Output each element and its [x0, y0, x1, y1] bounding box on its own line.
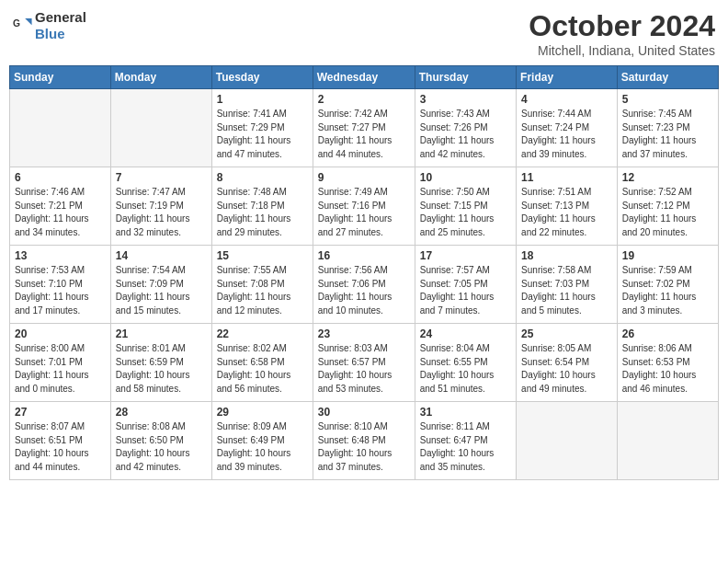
day-detail: Sunrise: 7:43 AMSunset: 7:26 PMDaylight:…: [420, 108, 511, 161]
calendar-cell: 28Sunrise: 8:08 AMSunset: 6:50 PMDayligh…: [110, 402, 211, 480]
day-detail: Sunrise: 7:57 AMSunset: 7:05 PMDaylight:…: [420, 264, 511, 317]
calendar-cell: 14Sunrise: 7:54 AMSunset: 7:09 PMDayligh…: [110, 246, 211, 324]
week-row-4: 20Sunrise: 8:00 AMSunset: 7:01 PMDayligh…: [10, 324, 719, 402]
calendar-cell: 16Sunrise: 7:56 AMSunset: 7:06 PMDayligh…: [313, 246, 415, 324]
day-number: 16: [318, 249, 410, 262]
calendar-cell: 3Sunrise: 7:43 AMSunset: 7:26 PMDaylight…: [415, 89, 516, 167]
svg-text:G: G: [13, 18, 20, 29]
calendar-cell: 31Sunrise: 8:11 AMSunset: 6:47 PMDayligh…: [415, 402, 516, 480]
day-detail: Sunrise: 7:55 AMSunset: 7:08 PMDaylight:…: [217, 264, 308, 317]
day-detail: Sunrise: 7:52 AMSunset: 7:12 PMDaylight:…: [622, 186, 713, 239]
day-detail: Sunrise: 7:56 AMSunset: 7:06 PMDaylight:…: [318, 264, 410, 317]
day-number: 13: [15, 249, 106, 262]
logo-blue-text: Blue: [35, 26, 65, 41]
calendar-cell: 20Sunrise: 8:00 AMSunset: 7:01 PMDayligh…: [10, 324, 111, 402]
day-number: 11: [521, 171, 612, 184]
calendar-cell: 27Sunrise: 8:07 AMSunset: 6:51 PMDayligh…: [10, 402, 111, 480]
day-detail: Sunrise: 7:51 AMSunset: 7:13 PMDaylight:…: [521, 186, 612, 239]
day-detail: Sunrise: 8:05 AMSunset: 6:54 PMDaylight:…: [521, 342, 612, 396]
day-number: 1: [217, 93, 308, 106]
day-number: 17: [420, 249, 511, 262]
calendar-cell: 22Sunrise: 8:02 AMSunset: 6:58 PMDayligh…: [211, 324, 313, 402]
day-detail: Sunrise: 8:09 AMSunset: 6:49 PMDaylight:…: [217, 420, 308, 474]
calendar-cell: [617, 402, 718, 480]
calendar-cell: 18Sunrise: 7:58 AMSunset: 7:03 PMDayligh…: [517, 246, 618, 324]
day-detail: Sunrise: 7:49 AMSunset: 7:16 PMDaylight:…: [318, 186, 410, 239]
logo-icon: G: [13, 16, 33, 36]
calendar-cell: 12Sunrise: 7:52 AMSunset: 7:12 PMDayligh…: [617, 167, 718, 246]
week-row-3: 13Sunrise: 7:53 AMSunset: 7:10 PMDayligh…: [10, 246, 719, 324]
calendar-cell: 8Sunrise: 7:48 AMSunset: 7:18 PMDaylight…: [211, 167, 313, 246]
week-row-1: 1Sunrise: 7:41 AMSunset: 7:29 PMDaylight…: [10, 89, 719, 167]
title-block: October 2024 Mitchell, Indiana, United S…: [529, 9, 715, 58]
day-number: 28: [116, 406, 207, 419]
calendar-header-saturday: Saturday: [617, 66, 718, 89]
day-number: 25: [521, 327, 612, 340]
day-detail: Sunrise: 7:50 AMSunset: 7:15 PMDaylight:…: [420, 186, 511, 239]
calendar-header-friday: Friday: [517, 66, 618, 89]
day-number: 12: [622, 171, 713, 184]
calendar-cell: 23Sunrise: 8:03 AMSunset: 6:57 PMDayligh…: [313, 324, 415, 402]
day-number: 31: [420, 406, 511, 419]
day-number: 2: [318, 93, 410, 106]
calendar-cell: 24Sunrise: 8:04 AMSunset: 6:55 PMDayligh…: [415, 324, 516, 402]
calendar-cell: 19Sunrise: 7:59 AMSunset: 7:02 PMDayligh…: [617, 246, 718, 324]
calendar-cell: 7Sunrise: 7:47 AMSunset: 7:19 PMDaylight…: [110, 167, 211, 246]
day-detail: Sunrise: 8:06 AMSunset: 6:53 PMDaylight:…: [622, 342, 713, 396]
day-number: 22: [217, 327, 308, 340]
day-detail: Sunrise: 8:02 AMSunset: 6:58 PMDaylight:…: [217, 342, 308, 396]
day-number: 9: [318, 171, 410, 184]
calendar-cell: 21Sunrise: 8:01 AMSunset: 6:59 PMDayligh…: [110, 324, 211, 402]
logo-general-text: General: [35, 9, 86, 25]
day-detail: Sunrise: 7:44 AMSunset: 7:24 PMDaylight:…: [521, 108, 612, 161]
calendar-header-monday: Monday: [110, 66, 211, 89]
calendar-cell: 9Sunrise: 7:49 AMSunset: 7:16 PMDaylight…: [313, 167, 415, 246]
day-detail: Sunrise: 7:53 AMSunset: 7:10 PMDaylight:…: [15, 264, 106, 317]
day-detail: Sunrise: 8:03 AMSunset: 6:57 PMDaylight:…: [318, 342, 410, 396]
day-detail: Sunrise: 7:54 AMSunset: 7:09 PMDaylight:…: [116, 264, 207, 317]
calendar-cell: 26Sunrise: 8:06 AMSunset: 6:53 PMDayligh…: [617, 324, 718, 402]
page-header: G General Blue October 2024 Mitchell, In…: [9, 9, 719, 58]
week-row-5: 27Sunrise: 8:07 AMSunset: 6:51 PMDayligh…: [10, 402, 719, 480]
week-row-2: 6Sunrise: 7:46 AMSunset: 7:21 PMDaylight…: [10, 167, 719, 246]
day-number: 30: [318, 406, 410, 419]
day-detail: Sunrise: 8:07 AMSunset: 6:51 PMDaylight:…: [15, 420, 106, 474]
calendar-cell: 2Sunrise: 7:42 AMSunset: 7:27 PMDaylight…: [313, 89, 415, 167]
day-detail: Sunrise: 7:59 AMSunset: 7:02 PMDaylight:…: [622, 264, 713, 317]
calendar-header-wednesday: Wednesday: [313, 66, 415, 89]
day-detail: Sunrise: 7:42 AMSunset: 7:27 PMDaylight:…: [318, 108, 410, 161]
day-detail: Sunrise: 8:01 AMSunset: 6:59 PMDaylight:…: [116, 342, 207, 396]
calendar-table: SundayMondayTuesdayWednesdayThursdayFrid…: [9, 65, 719, 480]
day-detail: Sunrise: 7:45 AMSunset: 7:23 PMDaylight:…: [622, 108, 713, 161]
calendar-cell: 30Sunrise: 8:10 AMSunset: 6:48 PMDayligh…: [313, 402, 415, 480]
day-number: 14: [116, 249, 207, 262]
calendar-cell: 29Sunrise: 8:09 AMSunset: 6:49 PMDayligh…: [211, 402, 313, 480]
day-detail: Sunrise: 7:41 AMSunset: 7:29 PMDaylight:…: [217, 108, 308, 161]
day-detail: Sunrise: 8:11 AMSunset: 6:47 PMDaylight:…: [420, 420, 511, 474]
day-detail: Sunrise: 7:46 AMSunset: 7:21 PMDaylight:…: [15, 186, 106, 239]
day-number: 10: [420, 171, 511, 184]
day-detail: Sunrise: 8:08 AMSunset: 6:50 PMDaylight:…: [116, 420, 207, 474]
day-number: 15: [217, 249, 308, 262]
logo: G General Blue: [13, 9, 86, 42]
day-number: 19: [622, 249, 713, 262]
day-detail: Sunrise: 8:04 AMSunset: 6:55 PMDaylight:…: [420, 342, 511, 396]
svg-marker-1: [25, 18, 31, 25]
day-number: 29: [217, 406, 308, 419]
day-number: 26: [622, 327, 713, 340]
calendar-cell: 25Sunrise: 8:05 AMSunset: 6:54 PMDayligh…: [517, 324, 618, 402]
calendar-cell: 1Sunrise: 7:41 AMSunset: 7:29 PMDaylight…: [211, 89, 313, 167]
day-detail: Sunrise: 8:10 AMSunset: 6:48 PMDaylight:…: [318, 420, 410, 474]
calendar-cell: [110, 89, 211, 167]
day-detail: Sunrise: 8:00 AMSunset: 7:01 PMDaylight:…: [15, 342, 106, 396]
calendar-title: October 2024: [529, 9, 715, 43]
day-detail: Sunrise: 7:48 AMSunset: 7:18 PMDaylight:…: [217, 186, 308, 239]
calendar-cell: [10, 89, 111, 167]
calendar-subtitle: Mitchell, Indiana, United States: [529, 43, 715, 58]
day-number: 8: [217, 171, 308, 184]
calendar-cell: 17Sunrise: 7:57 AMSunset: 7:05 PMDayligh…: [415, 246, 516, 324]
day-number: 18: [521, 249, 612, 262]
day-number: 6: [15, 171, 106, 184]
day-detail: Sunrise: 7:47 AMSunset: 7:19 PMDaylight:…: [116, 186, 207, 239]
calendar-cell: 13Sunrise: 7:53 AMSunset: 7:10 PMDayligh…: [10, 246, 111, 324]
